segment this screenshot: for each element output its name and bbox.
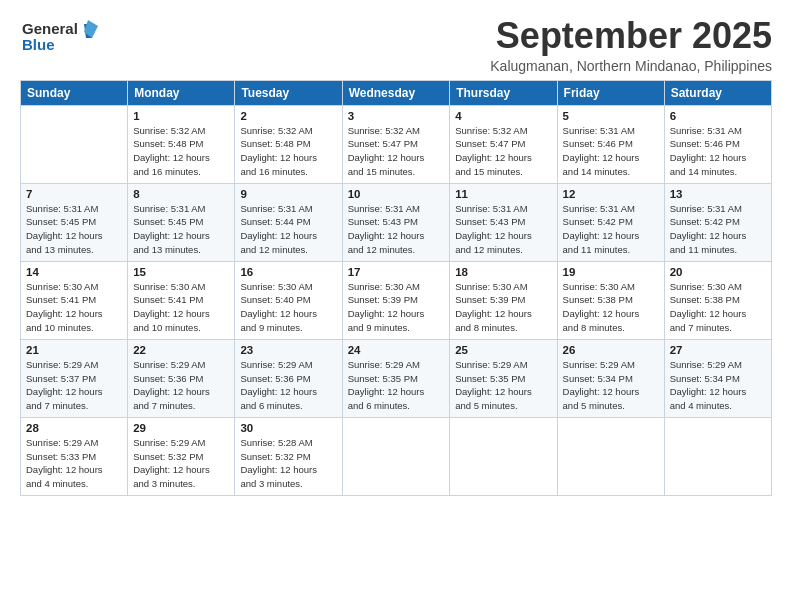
calendar-cell: 29Sunrise: 5:29 AM Sunset: 5:32 PM Dayli… xyxy=(128,417,235,495)
day-info: Sunrise: 5:32 AM Sunset: 5:48 PM Dayligh… xyxy=(133,124,229,179)
day-number: 8 xyxy=(133,188,229,200)
day-info: Sunrise: 5:30 AM Sunset: 5:41 PM Dayligh… xyxy=(133,280,229,335)
day-info: Sunrise: 5:31 AM Sunset: 5:45 PM Dayligh… xyxy=(26,202,122,257)
day-info: Sunrise: 5:30 AM Sunset: 5:38 PM Dayligh… xyxy=(563,280,659,335)
logo-icon: General Blue xyxy=(20,16,100,60)
logo: General Blue xyxy=(20,16,100,60)
col-saturday: Saturday xyxy=(664,80,771,105)
day-number: 7 xyxy=(26,188,122,200)
day-number: 15 xyxy=(133,266,229,278)
day-info: Sunrise: 5:32 AM Sunset: 5:47 PM Dayligh… xyxy=(455,124,551,179)
calendar-cell: 21Sunrise: 5:29 AM Sunset: 5:37 PM Dayli… xyxy=(21,339,128,417)
day-info: Sunrise: 5:31 AM Sunset: 5:45 PM Dayligh… xyxy=(133,202,229,257)
col-friday: Friday xyxy=(557,80,664,105)
day-number: 30 xyxy=(240,422,336,434)
title-block: September 2025 Kalugmanan, Northern Mind… xyxy=(490,16,772,74)
day-number: 29 xyxy=(133,422,229,434)
calendar-cell: 10Sunrise: 5:31 AM Sunset: 5:43 PM Dayli… xyxy=(342,183,450,261)
day-number: 26 xyxy=(563,344,659,356)
day-info: Sunrise: 5:31 AM Sunset: 5:42 PM Dayligh… xyxy=(563,202,659,257)
calendar-week-row-1: 1Sunrise: 5:32 AM Sunset: 5:48 PM Daylig… xyxy=(21,105,772,183)
col-monday: Monday xyxy=(128,80,235,105)
day-info: Sunrise: 5:29 AM Sunset: 5:34 PM Dayligh… xyxy=(670,358,766,413)
calendar-cell: 26Sunrise: 5:29 AM Sunset: 5:34 PM Dayli… xyxy=(557,339,664,417)
calendar-cell: 20Sunrise: 5:30 AM Sunset: 5:38 PM Dayli… xyxy=(664,261,771,339)
day-info: Sunrise: 5:29 AM Sunset: 5:33 PM Dayligh… xyxy=(26,436,122,491)
page: General Blue September 2025 Kalugmanan, … xyxy=(0,0,792,612)
day-number: 10 xyxy=(348,188,445,200)
day-info: Sunrise: 5:31 AM Sunset: 5:43 PM Dayligh… xyxy=(348,202,445,257)
day-number: 23 xyxy=(240,344,336,356)
day-number: 14 xyxy=(26,266,122,278)
day-info: Sunrise: 5:30 AM Sunset: 5:39 PM Dayligh… xyxy=(348,280,445,335)
calendar-cell: 13Sunrise: 5:31 AM Sunset: 5:42 PM Dayli… xyxy=(664,183,771,261)
calendar-header-row: Sunday Monday Tuesday Wednesday Thursday… xyxy=(21,80,772,105)
col-thursday: Thursday xyxy=(450,80,557,105)
day-info: Sunrise: 5:31 AM Sunset: 5:46 PM Dayligh… xyxy=(670,124,766,179)
day-number: 24 xyxy=(348,344,445,356)
location-subtitle: Kalugmanan, Northern Mindanao, Philippin… xyxy=(490,58,772,74)
day-number: 3 xyxy=(348,110,445,122)
calendar-cell: 24Sunrise: 5:29 AM Sunset: 5:35 PM Dayli… xyxy=(342,339,450,417)
day-number: 16 xyxy=(240,266,336,278)
day-number: 21 xyxy=(26,344,122,356)
day-info: Sunrise: 5:29 AM Sunset: 5:37 PM Dayligh… xyxy=(26,358,122,413)
day-number: 22 xyxy=(133,344,229,356)
col-sunday: Sunday xyxy=(21,80,128,105)
svg-text:General: General xyxy=(22,20,78,37)
calendar-cell: 18Sunrise: 5:30 AM Sunset: 5:39 PM Dayli… xyxy=(450,261,557,339)
day-info: Sunrise: 5:31 AM Sunset: 5:46 PM Dayligh… xyxy=(563,124,659,179)
calendar-cell xyxy=(342,417,450,495)
calendar-cell: 15Sunrise: 5:30 AM Sunset: 5:41 PM Dayli… xyxy=(128,261,235,339)
day-number: 6 xyxy=(670,110,766,122)
calendar-cell: 23Sunrise: 5:29 AM Sunset: 5:36 PM Dayli… xyxy=(235,339,342,417)
calendar-week-row-4: 21Sunrise: 5:29 AM Sunset: 5:37 PM Dayli… xyxy=(21,339,772,417)
day-info: Sunrise: 5:32 AM Sunset: 5:47 PM Dayligh… xyxy=(348,124,445,179)
calendar-cell: 28Sunrise: 5:29 AM Sunset: 5:33 PM Dayli… xyxy=(21,417,128,495)
calendar-week-row-2: 7Sunrise: 5:31 AM Sunset: 5:45 PM Daylig… xyxy=(21,183,772,261)
day-number: 11 xyxy=(455,188,551,200)
day-info: Sunrise: 5:29 AM Sunset: 5:34 PM Dayligh… xyxy=(563,358,659,413)
calendar-cell: 17Sunrise: 5:30 AM Sunset: 5:39 PM Dayli… xyxy=(342,261,450,339)
day-number: 27 xyxy=(670,344,766,356)
day-info: Sunrise: 5:30 AM Sunset: 5:39 PM Dayligh… xyxy=(455,280,551,335)
calendar-cell: 19Sunrise: 5:30 AM Sunset: 5:38 PM Dayli… xyxy=(557,261,664,339)
day-number: 4 xyxy=(455,110,551,122)
header: General Blue September 2025 Kalugmanan, … xyxy=(20,16,772,74)
day-info: Sunrise: 5:31 AM Sunset: 5:42 PM Dayligh… xyxy=(670,202,766,257)
day-number: 25 xyxy=(455,344,551,356)
calendar-cell: 1Sunrise: 5:32 AM Sunset: 5:48 PM Daylig… xyxy=(128,105,235,183)
calendar-week-row-3: 14Sunrise: 5:30 AM Sunset: 5:41 PM Dayli… xyxy=(21,261,772,339)
day-number: 5 xyxy=(563,110,659,122)
calendar-cell: 7Sunrise: 5:31 AM Sunset: 5:45 PM Daylig… xyxy=(21,183,128,261)
calendar-cell: 2Sunrise: 5:32 AM Sunset: 5:48 PM Daylig… xyxy=(235,105,342,183)
day-number: 19 xyxy=(563,266,659,278)
day-info: Sunrise: 5:31 AM Sunset: 5:44 PM Dayligh… xyxy=(240,202,336,257)
svg-text:Blue: Blue xyxy=(22,36,55,53)
calendar-cell xyxy=(557,417,664,495)
col-tuesday: Tuesday xyxy=(235,80,342,105)
day-number: 17 xyxy=(348,266,445,278)
calendar-week-row-5: 28Sunrise: 5:29 AM Sunset: 5:33 PM Dayli… xyxy=(21,417,772,495)
month-title: September 2025 xyxy=(490,16,772,56)
calendar-cell: 3Sunrise: 5:32 AM Sunset: 5:47 PM Daylig… xyxy=(342,105,450,183)
day-info: Sunrise: 5:30 AM Sunset: 5:40 PM Dayligh… xyxy=(240,280,336,335)
calendar-cell: 27Sunrise: 5:29 AM Sunset: 5:34 PM Dayli… xyxy=(664,339,771,417)
calendar-cell: 14Sunrise: 5:30 AM Sunset: 5:41 PM Dayli… xyxy=(21,261,128,339)
day-info: Sunrise: 5:31 AM Sunset: 5:43 PM Dayligh… xyxy=(455,202,551,257)
col-wednesday: Wednesday xyxy=(342,80,450,105)
calendar-cell xyxy=(21,105,128,183)
day-number: 1 xyxy=(133,110,229,122)
calendar-cell: 9Sunrise: 5:31 AM Sunset: 5:44 PM Daylig… xyxy=(235,183,342,261)
day-info: Sunrise: 5:29 AM Sunset: 5:36 PM Dayligh… xyxy=(133,358,229,413)
day-info: Sunrise: 5:28 AM Sunset: 5:32 PM Dayligh… xyxy=(240,436,336,491)
calendar-cell: 16Sunrise: 5:30 AM Sunset: 5:40 PM Dayli… xyxy=(235,261,342,339)
calendar-cell: 11Sunrise: 5:31 AM Sunset: 5:43 PM Dayli… xyxy=(450,183,557,261)
calendar-cell: 30Sunrise: 5:28 AM Sunset: 5:32 PM Dayli… xyxy=(235,417,342,495)
calendar-cell: 25Sunrise: 5:29 AM Sunset: 5:35 PM Dayli… xyxy=(450,339,557,417)
calendar-table: Sunday Monday Tuesday Wednesday Thursday… xyxy=(20,80,772,496)
day-info: Sunrise: 5:30 AM Sunset: 5:38 PM Dayligh… xyxy=(670,280,766,335)
calendar-cell: 5Sunrise: 5:31 AM Sunset: 5:46 PM Daylig… xyxy=(557,105,664,183)
day-number: 12 xyxy=(563,188,659,200)
calendar-cell xyxy=(664,417,771,495)
